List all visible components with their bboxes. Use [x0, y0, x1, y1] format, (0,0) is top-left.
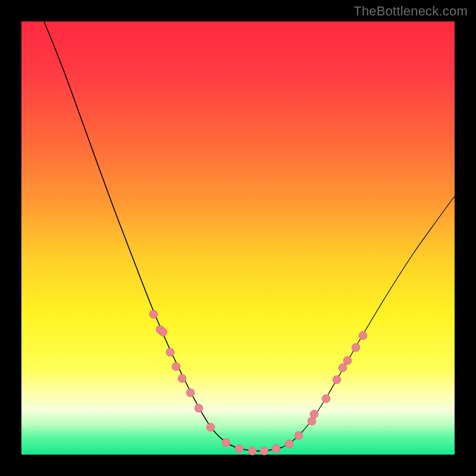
marker-dot [178, 374, 186, 383]
marker-dot [333, 375, 341, 384]
marker-dot [322, 394, 330, 403]
marker-dot [172, 362, 180, 371]
chart-svg [21, 21, 455, 455]
marker-dot [285, 440, 293, 448]
marker-dot [149, 310, 158, 318]
marker-group [149, 310, 367, 455]
marker-dot [166, 348, 174, 356]
outer-frame: TheBottleneck.com [0, 0, 476, 476]
marker-dot [310, 410, 318, 418]
marker-dot [159, 328, 167, 336]
curve-right [282, 196, 455, 447]
marker-dot [222, 439, 230, 447]
marker-dot [295, 431, 303, 440]
watermark-text: TheBottleneck.com [353, 4, 468, 19]
marker-dot [272, 444, 280, 453]
marker-dot [248, 447, 256, 455]
marker-dot [260, 447, 268, 455]
marker-dot [352, 343, 360, 352]
marker-dot [339, 364, 347, 372]
marker-dot [235, 444, 243, 453]
curve-left [44, 21, 236, 447]
marker-dot [359, 331, 367, 340]
marker-dot [343, 356, 352, 365]
marker-dot [195, 404, 203, 412]
marker-dot [206, 423, 215, 431]
marker-dot [186, 389, 195, 397]
